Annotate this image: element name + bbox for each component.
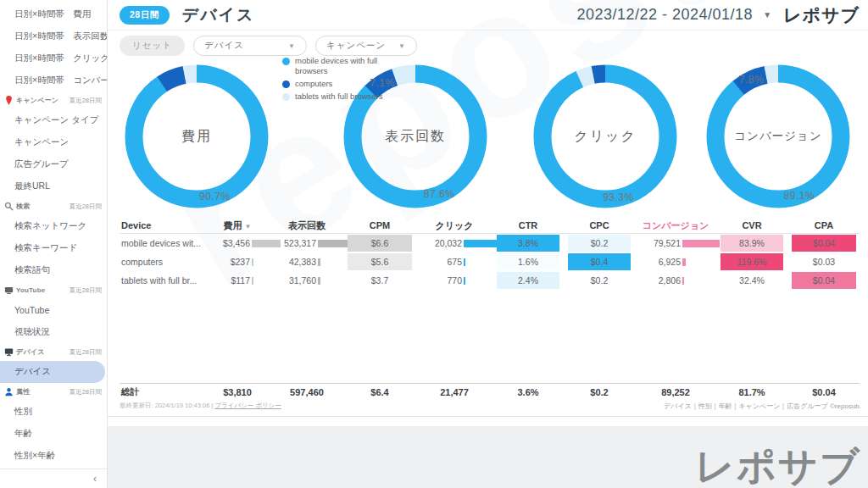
table-total-row: 総計$3,810597,460$6.421,4773.6%$0.289,2528… (120, 383, 860, 401)
date-range-selector[interactable]: 2023/12/22 - 2024/01/18 (576, 6, 753, 24)
donut-center-title: 費用 (181, 128, 212, 146)
legend-dot-icon (282, 80, 290, 88)
sidebar-section-label: 検索 (16, 202, 70, 211)
heatmap-cell: $0.4 (568, 253, 631, 270)
value-bar (464, 277, 465, 285)
percent-label: 7.8% (739, 74, 764, 86)
cell-cpa: $0.04 (787, 234, 860, 252)
privacy-policy-link[interactable]: プライバシー ポリシー (214, 402, 281, 409)
column-header-label: CPA (815, 220, 833, 230)
sidebar-section-monitor: デバイス直近28日間 (0, 343, 107, 361)
column-header-clicks[interactable]: クリック (416, 219, 492, 232)
cell-clicks: 20,032 (416, 238, 492, 248)
column-header-label: Device (121, 220, 151, 230)
cell-conv: 79,521 (635, 238, 716, 248)
column-header-device[interactable]: Device (120, 220, 204, 230)
table-row: mobile devices wit...$3,456523,317$6.620… (120, 234, 860, 252)
heatmap-cell: $5.6 (348, 253, 412, 270)
sidebar-item[interactable]: 検索キーワード (0, 237, 107, 259)
sidebar-collapse-bar: ‹ (0, 469, 107, 488)
cell-cost: $3,456 (204, 238, 270, 248)
cell-cpm: $3.7 (343, 271, 416, 290)
table-header-row: Device費用▼表示回数CPMクリックCTRCPCコンバージョンCVRCPA (120, 218, 860, 234)
cell-clicks: 675 (416, 257, 492, 267)
filter-row: リセット デバイス ▼ キャンペーン ▼ (120, 36, 417, 56)
column-header-cvr[interactable]: CVR (716, 220, 787, 230)
cell-cpc: $0.2 (564, 271, 635, 290)
sidebar: 日別×時間帯 費用日別×時間帯 表示回数日別×時間帯 クリック日別×時間帯 コン… (0, 0, 108, 488)
sidebar-item[interactable]: 視聴状況 (0, 321, 107, 343)
sidebar-item-label: 検索キーワード (14, 242, 77, 254)
sidebar-item[interactable]: 日別×時間帯 費用 (0, 3, 107, 25)
main-panel: reposub 28日間 デバイス 2023/12/22 - 2024/01/1… (108, 0, 868, 426)
percent-label: 93.3% (603, 191, 634, 203)
sort-desc-icon: ▼ (245, 223, 252, 230)
sidebar-item[interactable]: 検索語句 (0, 259, 107, 281)
sidebar-item-label: デバイス (14, 366, 51, 378)
legend-item: mobile devices with full browsers (282, 56, 391, 76)
cell-value: 675 (416, 257, 462, 267)
heatmap-cell: $6.6 (348, 235, 412, 252)
sidebar-item[interactable]: 性別×年齢 (0, 445, 107, 467)
column-header-cpa[interactable]: CPA (787, 220, 860, 230)
sidebar-item[interactable]: 年齢 (0, 423, 107, 445)
cell-cvr: 32.4% (716, 271, 787, 290)
heatmap-cell: 32.4% (721, 272, 783, 289)
cell-cost: $237 (204, 257, 270, 267)
sidebar-item[interactable]: キャンペーン タイプ (0, 109, 107, 131)
sidebar-item[interactable]: 広告グループ (0, 153, 107, 175)
cell-conv: 6,925 (635, 257, 716, 267)
sidebar-item-label: 日別×時間帯 クリック (14, 53, 108, 64)
sidebar-section-search: 検索直近28日間 (0, 197, 107, 215)
divider (108, 416, 868, 417)
cell-imp: 42,383 (270, 257, 343, 267)
cell-value: $237 (204, 257, 250, 267)
campaign-filter-dropdown[interactable]: キャンペーン ▼ (315, 36, 417, 56)
cell-value: $117 (204, 275, 250, 286)
column-header-imp[interactable]: 表示回数 (270, 219, 343, 232)
cell-value: 79,521 (635, 238, 681, 248)
column-header-ctr[interactable]: CTR (492, 220, 564, 230)
heatmap-cell: 2.4% (497, 272, 559, 289)
cell-cost: $117 (204, 275, 270, 286)
column-header-conv[interactable]: コンバージョン (635, 219, 716, 232)
collapse-chevron-icon[interactable]: ‹ (93, 473, 97, 485)
cell-value: 42,383 (270, 257, 316, 267)
section-period-badge: 直近28日間 (70, 202, 102, 211)
value-bar (682, 277, 684, 285)
table-footer: 最終更新日: 2024/1/19 10:43:06 | プライバシー ポリシー … (120, 402, 861, 411)
sidebar-item[interactable]: 性別 (0, 401, 107, 423)
cell-value: 523,317 (270, 238, 316, 248)
device-filter-dropdown[interactable]: デバイス ▼ (193, 36, 307, 56)
sidebar-item-label: 視聴状況 (14, 326, 50, 338)
device-filter-label: デバイス (204, 40, 244, 52)
sidebar-item-label: 検索語句 (14, 264, 50, 276)
cell-cpm: $6.6 (343, 234, 416, 252)
sidebar-item[interactable]: YouTube (0, 299, 107, 321)
cell-ctr: 1.6% (492, 252, 564, 271)
sidebar-item-label: 検索ネットワーク (14, 220, 86, 232)
sidebar-item[interactable]: 日別×時間帯 コンバージョ... (0, 69, 107, 92)
reset-button[interactable]: リセット (120, 36, 185, 56)
cell-device: mobile devices wit... (120, 238, 204, 248)
chevron-down-icon[interactable]: ▼ (763, 10, 771, 19)
column-header-label: クリック (435, 220, 473, 230)
sidebar-item[interactable]: 検索ネットワーク (0, 215, 107, 237)
sidebar-item[interactable]: デバイス (0, 361, 105, 383)
column-header-cost[interactable]: 費用▼ (204, 219, 270, 232)
sidebar-item[interactable]: 日別×時間帯 表示回数 (0, 25, 107, 47)
column-header-cpc[interactable]: CPC (564, 220, 635, 230)
total-value: 89,252 (635, 387, 716, 397)
heatmap-cell: 3.8% (497, 235, 559, 252)
sidebar-section-label: キャンペーン (16, 96, 70, 105)
cell-cpa: $0.04 (787, 271, 860, 290)
chevron-down-icon: ▼ (288, 42, 296, 50)
sidebar-item[interactable]: 日別×時間帯 クリック (0, 47, 107, 69)
bottom-strip: レポサブ (108, 426, 868, 488)
cell-value: 31,760 (270, 275, 316, 286)
sidebar-item[interactable]: キャンペーン (0, 131, 107, 153)
sidebar-section-person: 属性直近28日間 (0, 383, 107, 401)
sidebar-item[interactable]: 最終URL (0, 175, 107, 197)
sidebar-item-label: 日別×時間帯 コンバージョ... (14, 75, 108, 86)
column-header-cpm[interactable]: CPM (343, 220, 416, 230)
